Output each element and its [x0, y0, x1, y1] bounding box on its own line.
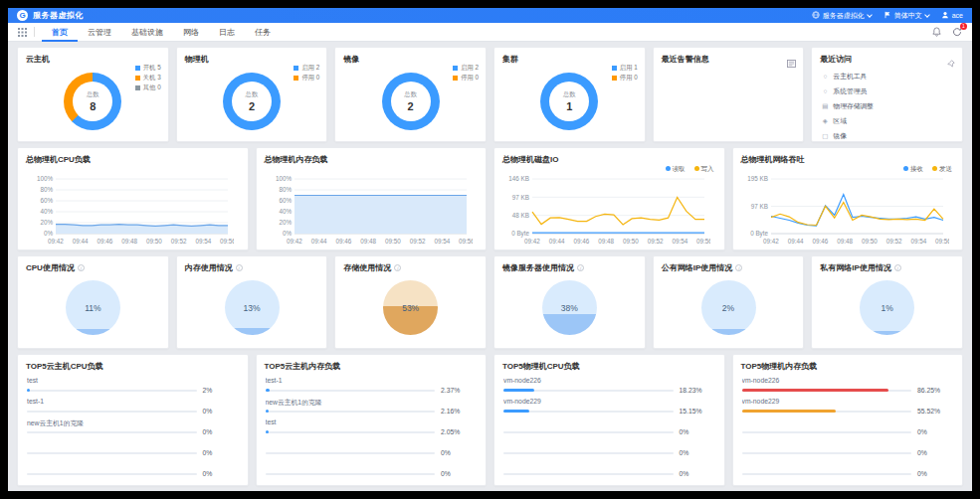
top5-card-title: TOP5物理机CPU负载 — [494, 355, 724, 374]
legend-swatch — [612, 66, 617, 71]
gauge-title-text: 公有网络IP使用情况 — [662, 263, 733, 272]
menubar-items: 首页云管理基础设施网络日志任务 — [42, 23, 281, 42]
topbar-right: 服务器虚拟化简体中文ace — [812, 11, 963, 21]
top5-bar-track — [503, 473, 674, 475]
topbar-menu-flag[interactable]: 简体中文 — [883, 11, 929, 21]
svg-text:09:52: 09:52 — [409, 238, 425, 245]
svg-text:09:54: 09:54 — [195, 238, 211, 245]
list-icon[interactable] — [787, 54, 796, 72]
menu-item-3[interactable]: 网络 — [173, 23, 209, 42]
top5-bar-track — [266, 473, 436, 475]
top5-bar-fill — [266, 430, 270, 433]
top5-card-title: TOP5云主机CPU负载 — [18, 355, 248, 374]
gauge-card-0: CPU使用情况i11% — [17, 255, 169, 349]
bell-icon[interactable] — [932, 27, 941, 37]
info-icon[interactable]: i — [577, 264, 584, 271]
refresh-alert-icon[interactable]: 1 — [952, 27, 962, 37]
gauge-card-title: CPU使用情况i — [18, 256, 168, 275]
top5-bar-fill — [27, 389, 30, 392]
top5-item-label: test — [266, 418, 478, 427]
top5-bar-fill — [742, 389, 888, 392]
top5-item-label — [266, 439, 478, 448]
info-icon[interactable]: i — [394, 264, 401, 271]
top5-bar-line: 0% — [503, 427, 715, 436]
top5-item-label — [742, 418, 954, 427]
recent-visit-link[interactable]: ▢镜像 — [812, 129, 962, 144]
top5-row-item: vm-node22618.23% — [494, 374, 724, 395]
svg-text:09:44: 09:44 — [73, 238, 89, 245]
top5-item-label — [503, 460, 715, 469]
top5-row-item: new云主机1的克隆2.16% — [257, 395, 487, 416]
top5-bar-line: 0% — [742, 469, 954, 478]
host-icon: ○ — [821, 73, 829, 80]
recent-visit-label: 云主机工具 — [833, 72, 867, 82]
top5-bar-fill — [503, 389, 534, 392]
top5-bar-track — [27, 473, 197, 475]
recent-visit-link[interactable]: ○云主机工具 — [812, 69, 962, 83]
top5-bar-track — [503, 390, 674, 392]
chart-legend-item[interactable]: 发送 — [932, 165, 952, 174]
legend-dot-icon — [903, 166, 908, 171]
menu-item-5[interactable]: 任务 — [245, 23, 281, 42]
info-icon[interactable]: i — [236, 264, 243, 271]
top5-item-value: 0% — [441, 449, 477, 456]
app-title: 服务器虚拟化 — [33, 10, 84, 21]
svg-text:09:52: 09:52 — [885, 238, 901, 245]
gauge-card-5: 私有网络IP使用情况i1% — [811, 255, 963, 349]
menu-item-1[interactable]: 云管理 — [78, 23, 121, 42]
recent-visit-link[interactable]: ▤物理存储调整 — [812, 98, 962, 113]
recent-visit-link[interactable]: ○系统管理员 — [812, 83, 962, 98]
svg-text:09:48: 09:48 — [360, 238, 376, 245]
svg-text:09:48: 09:48 — [121, 238, 137, 245]
brand-logo-icon: G — [17, 10, 28, 21]
menu-bar: 首页云管理基础设施网络日志任务 1 — [8, 23, 972, 42]
legend-dot-icon — [666, 166, 671, 171]
chart-legend-item[interactable]: 接收 — [903, 165, 923, 174]
top5-bar-line: 86.25% — [742, 386, 954, 395]
menu-item-4[interactable]: 日志 — [209, 23, 245, 42]
chart-legend-label: 写入 — [701, 165, 714, 172]
top5-item-label — [742, 439, 954, 448]
gauge-percent: 13% — [243, 303, 260, 313]
svg-text:40%: 40% — [279, 208, 292, 215]
top5-bar-track — [503, 411, 674, 413]
top5-bar-track — [266, 431, 436, 433]
info-icon[interactable]: i — [78, 264, 85, 271]
top5-row-item: new云主机1的克隆0% — [18, 416, 248, 436]
pin-icon[interactable] — [947, 54, 955, 72]
topbar-menu-globe[interactable]: 服务器虚拟化 — [812, 11, 872, 21]
top5-item-value: 0% — [203, 408, 239, 415]
legend-label: 关机 3 — [143, 74, 161, 83]
top5-bar-line: 0% — [27, 469, 239, 478]
top5-item-value: 2.05% — [441, 428, 477, 435]
top5-card-3: TOP5物理机内存负载vm-node22686.25%vm-node22955.… — [732, 354, 964, 486]
gauge-title-text: 镜像服务器使用情况 — [502, 263, 574, 272]
gauge-card-title: 公有网络IP使用情况i — [654, 256, 804, 275]
gauge-card-4: 公有网络IP使用情况i2% — [653, 255, 805, 349]
storage-icon: ▤ — [821, 102, 829, 110]
svg-text:60%: 60% — [40, 197, 53, 204]
info-icon[interactable]: i — [894, 264, 901, 271]
menu-item-0[interactable]: 首页 — [42, 23, 78, 42]
svg-text:09:44: 09:44 — [787, 238, 803, 245]
chart-legend-item[interactable]: 写入 — [694, 165, 714, 174]
recent-visit-link[interactable]: ◈区域 — [812, 114, 962, 129]
liquid-gauge: 13% — [225, 280, 280, 335]
top5-item-value: 0% — [917, 470, 953, 477]
recent-visit-label: 区域 — [833, 116, 847, 126]
svg-text:09:42: 09:42 — [763, 238, 779, 245]
svg-text:09:42: 09:42 — [524, 238, 540, 245]
svg-text:09:54: 09:54 — [672, 238, 687, 245]
svg-text:09:56: 09:56 — [935, 238, 949, 245]
info-icon[interactable]: i — [735, 264, 742, 271]
apps-grid-icon[interactable] — [18, 28, 27, 37]
top5-item-label — [27, 460, 239, 469]
divider — [34, 27, 35, 37]
top5-bar-fill — [266, 389, 270, 392]
legend-swatch — [135, 76, 140, 81]
topbar-menu-user[interactable]: ace — [941, 11, 963, 20]
chart-legend-item[interactable]: 读取 — [666, 165, 686, 174]
legend-item: 启用 2 — [453, 64, 479, 73]
menu-item-2[interactable]: 基础设施 — [121, 23, 173, 42]
top5-bar-track — [27, 390, 197, 392]
